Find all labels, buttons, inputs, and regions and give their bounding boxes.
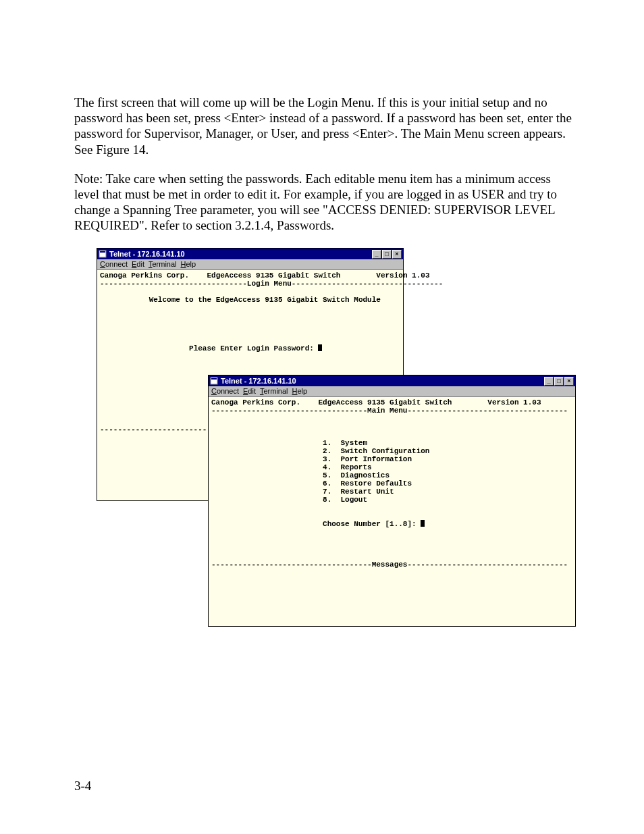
maximize-button[interactable]: □: [382, 250, 392, 259]
paragraph-1: The first screen that will come up will …: [74, 95, 576, 157]
menu-edit[interactable]: Edit: [243, 387, 256, 396]
window-title: Telnet - 172.16.141.10: [221, 377, 544, 386]
svg-rect-1: [100, 251, 105, 253]
page-number: 3-4: [74, 778, 91, 793]
menu-terminal[interactable]: Terminal: [149, 260, 177, 269]
menu-item-3[interactable]: Port Information: [340, 455, 412, 463]
telnet-window-main: Telnet - 172.16.141.10 _ □ × Connect Edi…: [208, 375, 576, 627]
close-button[interactable]: ×: [564, 377, 574, 386]
maximize-button[interactable]: □: [554, 377, 564, 386]
menu-help[interactable]: Help: [292, 387, 308, 396]
menubar: Connect Edit Terminal Help: [209, 386, 575, 397]
menu-item-2[interactable]: Switch Configuration: [340, 447, 429, 455]
titlebar[interactable]: Telnet - 172.16.141.10 _ □ ×: [97, 249, 403, 259]
cursor-icon: [421, 520, 425, 527]
menu-item-4[interactable]: Reports: [340, 463, 371, 471]
menu-item-8[interactable]: Logout: [340, 496, 367, 504]
menu-item-7[interactable]: Restart Unit: [340, 488, 394, 496]
minimize-button[interactable]: _: [544, 377, 554, 386]
svg-rect-3: [211, 378, 217, 380]
window-title: Telnet - 172.16.141.10: [109, 250, 372, 259]
app-icon: [210, 377, 218, 385]
cursor-icon: [318, 344, 322, 351]
document-page: The first screen that will come up will …: [0, 0, 644, 834]
menu-item-5[interactable]: Diagnostics: [340, 471, 390, 479]
app-icon: [99, 250, 107, 258]
titlebar[interactable]: Telnet - 172.16.141.10 _ □ ×: [209, 375, 575, 386]
menu-connect[interactable]: Connect: [211, 387, 239, 396]
menu-terminal[interactable]: Terminal: [260, 387, 288, 396]
menu-edit[interactable]: Edit: [132, 260, 144, 269]
minimize-button[interactable]: _: [372, 250, 381, 259]
menu-connect[interactable]: Connect: [100, 260, 128, 269]
paragraph-2: Note: Take care when setting the passwor…: [74, 171, 576, 234]
menubar: Connect Edit Terminal Help: [97, 259, 403, 270]
menu-help[interactable]: Help: [181, 260, 196, 269]
close-button[interactable]: ×: [392, 250, 402, 259]
menu-item-6[interactable]: Restore Defaults: [340, 479, 412, 488]
menu-item-1[interactable]: System: [340, 439, 367, 447]
terminal-content: Canoga Perkins Corp. EdgeAccess 9135 Gig…: [209, 397, 575, 579]
figure-area: Telnet - 172.16.141.10 _ □ × Connect Edi…: [74, 248, 576, 646]
